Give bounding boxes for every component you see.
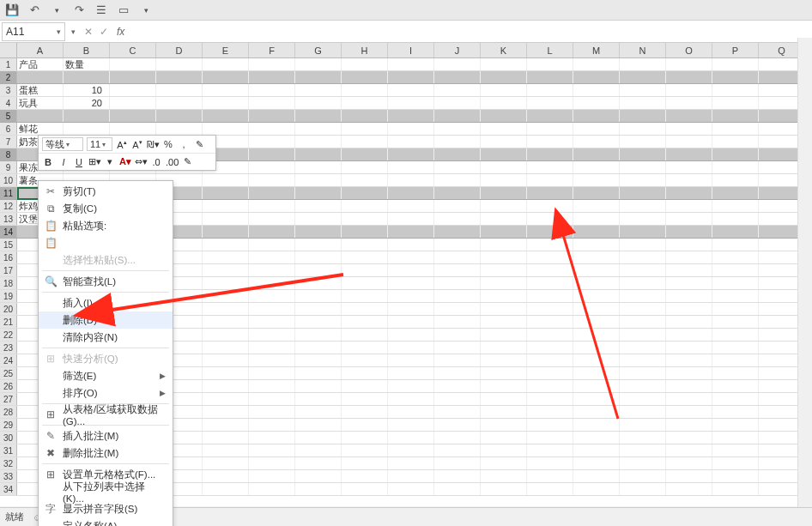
row-header[interactable]: 1	[0, 58, 17, 70]
row-header[interactable]: 26	[0, 380, 17, 392]
cell[interactable]	[249, 303, 295, 315]
cell[interactable]	[295, 432, 342, 444]
cell[interactable]	[712, 226, 759, 238]
cell[interactable]	[573, 84, 620, 96]
cell[interactable]	[249, 393, 295, 405]
cell[interactable]	[434, 161, 481, 173]
cell[interactable]	[342, 367, 388, 379]
cell[interactable]	[481, 329, 527, 341]
cell[interactable]	[203, 110, 249, 122]
cell[interactable]	[203, 71, 249, 83]
cell[interactable]	[342, 200, 388, 212]
column-header[interactable]: G	[295, 43, 342, 57]
cell[interactable]	[481, 136, 527, 148]
cell[interactable]	[295, 419, 342, 431]
cell[interactable]	[620, 136, 666, 148]
cell[interactable]	[249, 239, 295, 251]
cell[interactable]	[620, 419, 666, 431]
row-header[interactable]: 6	[0, 123, 17, 135]
cell[interactable]	[295, 136, 342, 148]
cell[interactable]	[342, 187, 388, 199]
cell[interactable]	[249, 84, 295, 96]
cell[interactable]	[110, 123, 156, 135]
cell[interactable]	[203, 239, 249, 251]
cell[interactable]	[712, 419, 759, 431]
cell[interactable]	[527, 213, 573, 225]
menu-item[interactable]: 从下拉列表中选择(K)...	[39, 483, 173, 500]
row-header[interactable]: 25	[0, 367, 17, 379]
cell[interactable]	[666, 239, 712, 251]
cell[interactable]	[666, 71, 712, 83]
menu-item[interactable]: 字显示拼音字段(S)	[39, 500, 173, 517]
cell[interactable]	[620, 444, 666, 456]
cell[interactable]	[388, 251, 434, 263]
cell[interactable]	[249, 97, 295, 109]
cell[interactable]	[110, 97, 156, 109]
cell[interactable]	[620, 290, 666, 302]
cell[interactable]	[527, 161, 573, 173]
cell[interactable]	[481, 316, 527, 328]
cell[interactable]	[388, 200, 434, 212]
cell[interactable]	[295, 303, 342, 315]
cell[interactable]	[434, 71, 481, 83]
cell[interactable]	[434, 239, 481, 251]
cell[interactable]	[388, 290, 434, 302]
cell[interactable]	[620, 97, 666, 109]
row-header[interactable]: 20	[0, 303, 17, 315]
cell[interactable]	[573, 277, 620, 289]
cell[interactable]	[481, 470, 527, 482]
row-header[interactable]: 33	[0, 470, 17, 482]
column-header[interactable]: J	[434, 43, 481, 57]
format-painter-icon[interactable]: ✎	[193, 139, 205, 150]
cell[interactable]	[620, 380, 666, 392]
cell[interactable]	[434, 200, 481, 212]
cell[interactable]	[527, 136, 573, 148]
cell[interactable]	[249, 123, 295, 135]
cell[interactable]	[527, 277, 573, 289]
menu-item[interactable]: 筛选(E)▶	[39, 367, 173, 384]
cell[interactable]	[295, 174, 342, 186]
row-header[interactable]: 30	[0, 432, 17, 444]
cell[interactable]	[342, 329, 388, 341]
cell[interactable]	[481, 444, 527, 456]
row-header[interactable]: 17	[0, 264, 17, 276]
cell[interactable]	[295, 200, 342, 212]
cell[interactable]	[712, 148, 759, 160]
cell[interactable]	[527, 316, 573, 328]
cell[interactable]	[620, 457, 666, 469]
cell[interactable]	[342, 239, 388, 251]
cell[interactable]	[249, 251, 295, 263]
cell[interactable]	[295, 251, 342, 263]
cell[interactable]	[481, 239, 527, 251]
cell[interactable]	[203, 251, 249, 263]
cell[interactable]	[527, 110, 573, 122]
cell[interactable]	[249, 71, 295, 83]
cell[interactable]	[573, 316, 620, 328]
cell[interactable]	[527, 97, 573, 109]
row-header[interactable]: 27	[0, 393, 17, 405]
cell[interactable]	[527, 380, 573, 392]
cell[interactable]	[342, 123, 388, 135]
cell[interactable]	[342, 213, 388, 225]
cell[interactable]	[388, 277, 434, 289]
cell[interactable]	[620, 148, 666, 160]
save-icon[interactable]: 💾	[5, 3, 19, 17]
cell[interactable]	[434, 264, 481, 276]
cell[interactable]	[620, 161, 666, 173]
cell[interactable]	[712, 354, 759, 366]
cell[interactable]	[712, 123, 759, 135]
cell[interactable]	[295, 148, 342, 160]
cell[interactable]	[527, 58, 573, 70]
cell[interactable]	[434, 187, 481, 199]
cell[interactable]	[388, 432, 434, 444]
cell[interactable]	[249, 342, 295, 354]
cell[interactable]	[620, 483, 666, 495]
cell[interactable]	[203, 123, 249, 135]
cell[interactable]	[666, 367, 712, 379]
row-header[interactable]: 28	[0, 406, 17, 418]
cell[interactable]	[712, 393, 759, 405]
cell[interactable]	[388, 354, 434, 366]
row-header[interactable]: 22	[0, 329, 17, 341]
cell[interactable]	[620, 239, 666, 251]
cell[interactable]	[527, 239, 573, 251]
